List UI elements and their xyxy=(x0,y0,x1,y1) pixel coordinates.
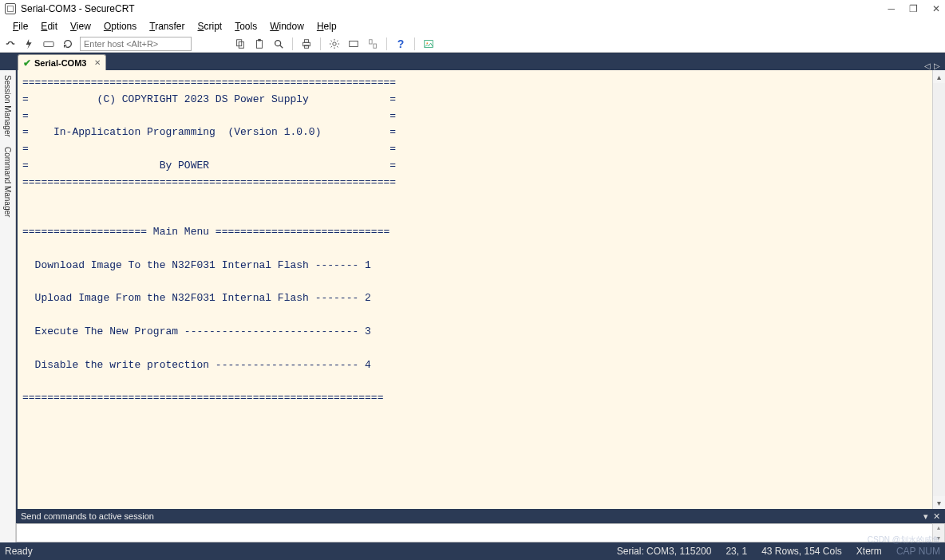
svg-rect-8 xyxy=(304,39,308,42)
reconnect-icon[interactable] xyxy=(61,37,75,51)
svg-point-15 xyxy=(426,42,428,44)
command-dropdown-icon[interactable]: ▾ xyxy=(923,511,928,522)
tab-close-icon[interactable]: ✕ xyxy=(94,58,101,67)
keymap-icon[interactable] xyxy=(366,37,380,51)
command-send-header: Send commands to active session ▾ ✕ xyxy=(16,509,945,523)
side-tab-bar: Session Manager Command Manager xyxy=(0,70,16,542)
maximize-button[interactable]: ❐ xyxy=(909,3,918,14)
menu-file[interactable]: File xyxy=(6,19,34,34)
status-cursor: 23, 1 xyxy=(726,546,747,557)
menu-bar: File Edit View Options Transfer Script T… xyxy=(0,18,945,35)
status-emu: Xterm xyxy=(856,546,882,557)
host-input[interactable] xyxy=(80,37,192,51)
toolbar: ? xyxy=(0,35,945,53)
tab-serial-com3[interactable]: ✔ Serial-COM3 ✕ xyxy=(18,54,106,70)
scroll-up-icon[interactable]: ▴ xyxy=(933,70,945,83)
close-button[interactable]: ✕ xyxy=(932,3,940,14)
window-title: Serial-COM3 - SecureCRT xyxy=(21,3,134,14)
settings-icon[interactable] xyxy=(327,37,342,51)
quick-connect-icon[interactable] xyxy=(22,37,37,51)
menu-options[interactable]: Options xyxy=(97,19,143,34)
menu-help[interactable]: Help xyxy=(310,19,343,34)
svg-point-5 xyxy=(275,40,281,45)
find-icon[interactable] xyxy=(271,37,286,51)
status-bar: Ready Serial: COM3, 115200 23, 1 43 Rows… xyxy=(0,542,945,560)
side-tab-command-manager[interactable]: Command Manager xyxy=(2,142,14,222)
svg-rect-12 xyxy=(370,39,373,43)
app-icon xyxy=(5,3,16,14)
menu-script[interactable]: Script xyxy=(192,19,229,34)
tab-nav-right-icon[interactable]: ▷ xyxy=(934,61,940,70)
command-close-icon[interactable]: ✕ xyxy=(933,511,940,522)
vertical-scrollbar[interactable]: ▴ ▾ xyxy=(932,70,945,509)
svg-rect-0 xyxy=(44,41,53,46)
svg-rect-11 xyxy=(350,41,358,46)
svg-line-6 xyxy=(280,45,283,48)
help-icon[interactable]: ? xyxy=(393,37,408,51)
command-send-label: Send commands to active session xyxy=(21,511,154,521)
menu-transfer[interactable]: Transfer xyxy=(143,19,191,34)
tab-nav-left-icon[interactable]: ◁ xyxy=(924,61,931,70)
status-ready: Ready xyxy=(5,546,33,557)
command-scrollbar[interactable]: ▴▾ xyxy=(932,523,945,542)
scroll-down-icon[interactable]: ▾ xyxy=(933,496,945,509)
terminal-output[interactable]: ========================================… xyxy=(16,70,932,509)
connect-icon[interactable] xyxy=(3,37,18,51)
session-options-icon[interactable] xyxy=(346,37,361,51)
menu-view[interactable]: View xyxy=(64,19,97,34)
paste-icon[interactable] xyxy=(252,37,267,51)
svg-rect-3 xyxy=(257,40,263,48)
svg-point-10 xyxy=(333,41,336,45)
copy-icon[interactable] xyxy=(233,37,247,51)
command-input[interactable] xyxy=(16,523,932,542)
tab-strip: ✔ Serial-COM3 ✕ ◁ ▷ xyxy=(0,53,945,70)
terminal-text: ========================================… xyxy=(18,70,932,412)
status-size: 43 Rows, 154 Cols xyxy=(761,546,842,557)
status-port: Serial: COM3, 115200 xyxy=(617,546,712,557)
menu-edit[interactable]: Edit xyxy=(34,19,64,34)
minimize-button[interactable]: ─ xyxy=(888,3,895,14)
title-bar: Serial-COM3 - SecureCRT ─ ❐ ✕ xyxy=(0,0,945,18)
menu-window[interactable]: Window xyxy=(263,19,310,34)
side-tab-session-manager[interactable]: Session Manager xyxy=(2,70,14,142)
image-icon[interactable] xyxy=(421,37,436,51)
print-icon[interactable] xyxy=(299,37,314,51)
svg-rect-13 xyxy=(374,44,377,48)
menu-tools[interactable]: Tools xyxy=(228,19,263,34)
tab-label: Serial-COM3 xyxy=(34,58,86,68)
svg-rect-4 xyxy=(258,38,261,41)
connect-bar-icon[interactable] xyxy=(42,37,56,51)
status-caps: CAP NUM xyxy=(896,546,940,557)
tab-status-icon: ✔ xyxy=(23,57,31,69)
